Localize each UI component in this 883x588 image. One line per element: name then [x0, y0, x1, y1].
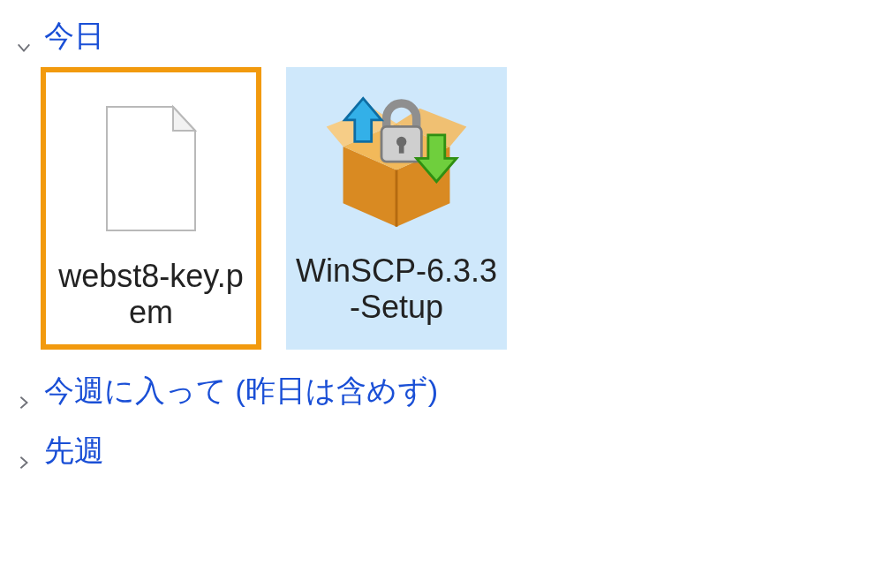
- file-label: WinSCP-6.3.3-Setup: [291, 253, 502, 326]
- installer-box-icon: [321, 79, 472, 247]
- group-label: 今週に入って (昨日は含めず): [44, 371, 438, 411]
- group-header-today[interactable]: 今日: [16, 16, 867, 57]
- chevron-right-icon: [16, 443, 32, 459]
- chevron-right-icon: [16, 383, 32, 399]
- group-label: 先週: [44, 431, 104, 471]
- group-header-last-week[interactable]: 先週: [16, 431, 867, 471]
- file-item-winscp-setup[interactable]: WinSCP-6.3.3-Setup: [286, 67, 507, 350]
- file-item-webst8-key[interactable]: webst8-key.pem: [41, 67, 261, 350]
- chevron-down-icon: [16, 28, 32, 44]
- svg-marker-1: [173, 107, 195, 131]
- group-header-earlier-this-week[interactable]: 今週に入って (昨日は含めず): [16, 371, 867, 411]
- generic-file-icon: [76, 85, 226, 253]
- group-label: 今日: [44, 16, 104, 57]
- items-row-today: webst8-key.pem: [41, 67, 867, 350]
- svg-rect-9: [399, 141, 404, 153]
- file-label: webst8-key.pem: [51, 258, 251, 331]
